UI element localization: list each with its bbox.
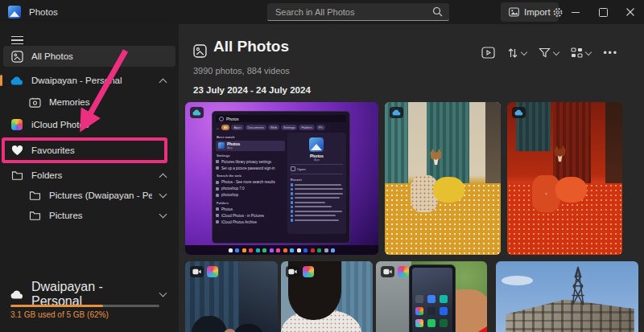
library-count: 3990 photos, 884 videos: [193, 66, 290, 76]
window-controls: [562, 0, 644, 24]
search-box[interactable]: [267, 3, 449, 21]
import-icon: [509, 7, 519, 17]
import-label: Import: [524, 7, 551, 17]
sidebar-item-label: Favourites: [31, 146, 175, 155]
mini-photos-app-icon-large: [309, 137, 324, 152]
maximize-button[interactable]: [589, 0, 617, 24]
sidebar-item-folders[interactable]: Folders: [3, 166, 175, 185]
grid-layout-icon: [571, 47, 583, 59]
slideshow-button[interactable]: [480, 45, 497, 60]
screenshot-taskbar: [185, 245, 378, 255]
photo-thumbnail-dog-bed[interactable]: [385, 102, 501, 255]
sidebar-item-label: Folders: [31, 170, 152, 180]
toolbar: •••: [480, 45, 620, 60]
photo-thumbnail-building-tower[interactable]: [496, 261, 638, 332]
sidebar-item-favourites[interactable]: Favourites: [3, 141, 175, 160]
storage-bar: [10, 305, 159, 307]
photos-app-icon: [8, 6, 21, 18]
chevron-down-icon: [585, 48, 592, 55]
iphone-figure: [409, 264, 456, 332]
sidebar-account[interactable]: Dwaipayan - Personal: [3, 285, 175, 304]
folder-icon: [28, 191, 41, 200]
sidebar-item-label: iCloud Photos: [31, 120, 175, 129]
camera-badge-icon: [381, 266, 394, 277]
folder-icon: [10, 170, 23, 180]
main-content: All Photos 3990 photos, 884 videos 23 Ju…: [179, 24, 644, 332]
filter-icon: [539, 47, 551, 59]
chevron-up-icon: [159, 173, 167, 181]
sidebar-item-pictures-onedrive[interactable]: Pictures (Dwaipayan - Personal: [3, 186, 175, 205]
cloud-icon: [10, 290, 23, 299]
photo-thumbnail-person-floral[interactable]: [281, 261, 373, 332]
icloud-badge-icon: [398, 266, 409, 277]
storage-text: 3.1 GB used of 5 GB (62%): [10, 310, 109, 319]
all-photos-icon: [10, 51, 23, 63]
sidebar-item-all-photos[interactable]: All Photos: [3, 46, 175, 67]
sidebar: All Photos Dwaipayan - Personal Memories…: [0, 24, 179, 332]
close-icon: [626, 8, 634, 16]
icloud-badge-icon: [207, 266, 218, 277]
chevron-down-icon: [159, 289, 167, 297]
minimize-button[interactable]: [562, 0, 589, 24]
search-input[interactable]: [274, 6, 432, 18]
chevron-up-icon: [159, 78, 167, 86]
all-photos-header-icon: [193, 44, 207, 58]
photo-thumbnail-dog-bed-red[interactable]: [507, 102, 622, 255]
photo-thumbnail-iphone-hand[interactable]: [376, 261, 487, 332]
heart-icon: [10, 146, 23, 156]
layout-button[interactable]: [569, 46, 592, 60]
icloud-photos-icon: [10, 119, 23, 130]
photo-thumbnail-screenshot[interactable]: Photos ← All Apps Documents Web Settings…: [185, 102, 378, 255]
chevron-down-icon: [159, 191, 167, 199]
filter-button[interactable]: [537, 46, 560, 60]
chevron-down-icon: [521, 48, 527, 55]
screenshot-search-panel: Photos ← All Apps Documents Web Settings…: [212, 111, 350, 244]
camera-badge-icon: [190, 266, 204, 277]
cloud-sync-badge-icon: [390, 107, 403, 118]
sort-icon: [507, 47, 518, 59]
cloud-sync-badge-icon: [512, 107, 526, 118]
date-range-header: 23 July 2024 - 24 July 2024: [193, 85, 311, 95]
sidebar-item-pictures[interactable]: Pictures: [3, 206, 175, 225]
minimize-icon: [572, 12, 580, 13]
maximize-icon: [599, 8, 608, 17]
chevron-down-icon: [553, 48, 559, 55]
app-title: Photos: [29, 7, 58, 17]
sidebar-item-onedrive-personal[interactable]: Dwaipayan - Personal: [3, 71, 175, 90]
icloud-badge-icon: [303, 266, 314, 277]
storage-bar-fill: [10, 305, 103, 307]
cloud-sync-badge-icon: [190, 107, 204, 118]
sort-button[interactable]: [506, 46, 528, 60]
sidebar-item-icloud-photos[interactable]: iCloud Photos: [3, 115, 175, 134]
slideshow-icon: [481, 47, 495, 59]
sidebar-item-label: Pictures: [49, 211, 152, 220]
lattice-tower: [564, 264, 592, 305]
onedrive-cloud-icon: [10, 76, 23, 85]
titlebar: Photos Import: [0, 0, 644, 24]
chevron-down-icon: [159, 211, 167, 219]
camera-badge-icon: [286, 266, 299, 277]
mini-search-icon: [219, 117, 224, 121]
memories-icon: [28, 97, 41, 108]
photo-thumbnail-people-indoor[interactable]: [185, 261, 278, 332]
page-title: All Photos: [213, 38, 289, 55]
mini-photos-app-icon: [218, 142, 225, 149]
sidebar-item-label: Pictures (Dwaipayan - Personal: [49, 191, 152, 200]
sidebar-item-memories[interactable]: Memories: [3, 92, 175, 112]
sidebar-item-label: All Photos: [31, 51, 175, 61]
folder-icon: [28, 211, 41, 220]
more-icon: •••: [603, 47, 618, 59]
more-button[interactable]: •••: [601, 46, 620, 60]
selected-accent-bar: [0, 75, 2, 86]
sidebar-item-label: Memories: [49, 97, 175, 107]
search-icon[interactable]: [432, 6, 443, 17]
dog-figure: [427, 148, 444, 166]
sidebar-item-label: Dwaipayan - Personal: [31, 76, 152, 85]
close-button[interactable]: [617, 0, 644, 24]
dog-figure: [551, 145, 568, 162]
